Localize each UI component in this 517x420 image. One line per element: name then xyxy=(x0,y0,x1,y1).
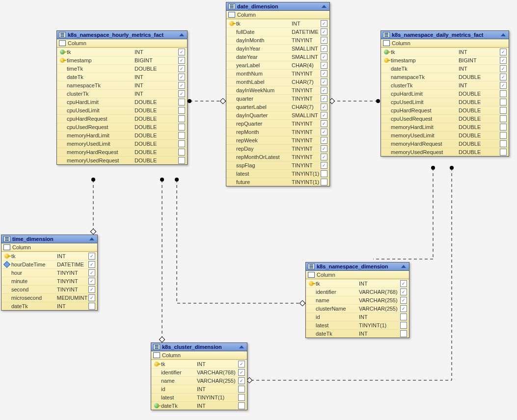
nullable-checkbox[interactable] xyxy=(321,120,327,127)
column-row[interactable]: latest TINYINT(1) xyxy=(306,321,409,329)
section-header[interactable]: Column xyxy=(226,11,329,19)
collapse-icon[interactable] xyxy=(179,33,184,36)
nullable-checkbox[interactable] xyxy=(88,303,95,310)
nullable-checkbox[interactable] xyxy=(321,112,327,119)
nullable-checkbox[interactable] xyxy=(400,297,407,304)
column-row[interactable]: id INT xyxy=(306,313,409,321)
column-row[interactable]: quarter TINYINT xyxy=(226,94,329,103)
column-row[interactable]: quarterLabel CHAR(7) xyxy=(226,103,329,111)
entity-daily[interactable]: k8s_namespace_daily_metrics_fact Column … xyxy=(381,30,509,157)
nullable-checkbox[interactable] xyxy=(178,82,185,89)
column-row[interactable]: minute TINYINT xyxy=(1,277,97,285)
column-row[interactable]: second TINYINT xyxy=(1,285,97,293)
entity-namespace[interactable]: k8s_namespace_dimension Column tk INT id… xyxy=(305,262,409,338)
section-header[interactable]: Column xyxy=(306,271,409,279)
nullable-checkbox[interactable] xyxy=(178,65,185,72)
column-row[interactable]: memoryUsedLimit DOUBLE xyxy=(57,139,187,148)
column-row[interactable]: memoryHardRequest DOUBLE xyxy=(57,148,187,156)
nullable-checkbox[interactable] xyxy=(500,49,507,55)
nullable-checkbox[interactable] xyxy=(400,330,407,337)
column-row[interactable]: identifier VARCHAR(768) xyxy=(306,288,409,296)
column-row[interactable]: tk INT xyxy=(306,279,409,288)
column-row[interactable]: latest TINYINT(1) xyxy=(226,169,329,178)
column-row[interactable]: namespaceTk INT xyxy=(57,81,187,89)
nullable-checkbox[interactable] xyxy=(178,74,185,80)
column-row[interactable]: timeTk DOUBLE xyxy=(57,64,187,73)
entity-time[interactable]: time_dimension Column tk INT hourDateTim… xyxy=(1,235,98,311)
nullable-checkbox[interactable] xyxy=(321,104,327,110)
column-row[interactable]: microsecond MEDIUMINT xyxy=(1,293,97,302)
nullable-checkbox[interactable] xyxy=(88,278,95,285)
nullable-checkbox[interactable] xyxy=(238,377,245,384)
nullable-checkbox[interactable] xyxy=(178,107,185,114)
entity-title-bar[interactable]: time_dimension xyxy=(1,235,97,243)
column-row[interactable]: dateTk INT xyxy=(381,64,509,73)
column-row[interactable]: clusterTk INT xyxy=(57,89,187,98)
nullable-checkbox[interactable] xyxy=(500,115,507,122)
nullable-checkbox[interactable] xyxy=(178,115,185,122)
nullable-checkbox[interactable] xyxy=(321,95,327,102)
nullable-checkbox[interactable] xyxy=(321,45,327,52)
column-row[interactable]: cpuHardLimit DOUBLE xyxy=(381,89,509,98)
nullable-checkbox[interactable] xyxy=(88,261,95,268)
nullable-checkbox[interactable] xyxy=(400,322,407,329)
column-row[interactable]: repDay TINYINT xyxy=(226,144,329,153)
nullable-checkbox[interactable] xyxy=(321,162,327,169)
nullable-checkbox[interactable] xyxy=(178,149,185,156)
nullable-checkbox[interactable] xyxy=(321,145,327,152)
nullable-checkbox[interactable] xyxy=(88,286,95,293)
column-row[interactable]: fullDate DATETIME xyxy=(226,27,329,36)
column-row[interactable]: hour TINYINT xyxy=(1,268,97,277)
column-row[interactable]: cpuUsedRequest DOUBLE xyxy=(57,123,187,131)
nullable-checkbox[interactable] xyxy=(321,137,327,144)
column-row[interactable]: cpuHardRequest DOUBLE xyxy=(57,114,187,123)
column-row[interactable]: dayInMonth TINYINT xyxy=(226,36,329,44)
column-row[interactable]: dayInQuarter SMALLINT xyxy=(226,111,329,119)
nullable-checkbox[interactable] xyxy=(500,149,507,156)
column-row[interactable]: dateTk INT xyxy=(57,73,187,81)
column-row[interactable]: cpuHardLimit DOUBLE xyxy=(57,98,187,106)
column-row[interactable]: name VARCHAR(255) xyxy=(306,296,409,304)
nullable-checkbox[interactable] xyxy=(178,99,185,105)
nullable-checkbox[interactable] xyxy=(500,132,507,139)
nullable-checkbox[interactable] xyxy=(400,314,407,320)
nullable-checkbox[interactable] xyxy=(178,57,185,64)
column-row[interactable]: dayInYear SMALLINT xyxy=(226,44,329,52)
collapse-icon[interactable] xyxy=(322,5,327,8)
column-row[interactable]: timestamp BIGINT xyxy=(57,56,187,64)
nullable-checkbox[interactable] xyxy=(88,253,95,260)
nullable-checkbox[interactable] xyxy=(178,90,185,97)
nullable-checkbox[interactable] xyxy=(321,37,327,44)
column-row[interactable]: memoryHardRequest DOUBLE xyxy=(381,139,509,148)
column-row[interactable]: tk INT xyxy=(1,252,97,260)
column-row[interactable]: cpuHardRequest DOUBLE xyxy=(381,106,509,114)
column-row[interactable]: latest TINYINT(1) xyxy=(151,393,247,401)
column-row[interactable]: tk INT xyxy=(151,360,247,368)
column-row[interactable]: memoryUsedLimit DOUBLE xyxy=(381,131,509,139)
column-row[interactable]: namespaceTk DOUBLE xyxy=(381,73,509,81)
nullable-checkbox[interactable] xyxy=(500,107,507,114)
nullable-checkbox[interactable] xyxy=(321,179,327,185)
nullable-checkbox[interactable] xyxy=(238,386,245,393)
nullable-checkbox[interactable] xyxy=(178,132,185,139)
nullable-checkbox[interactable] xyxy=(500,124,507,131)
nullable-checkbox[interactable] xyxy=(178,49,185,55)
column-row[interactable]: tk INT xyxy=(57,48,187,56)
column-row[interactable]: monthLabel CHAR(7) xyxy=(226,78,329,86)
column-row[interactable]: repMonthOrLatest TINYINT xyxy=(226,153,329,161)
entity-title-bar[interactable]: date_dimension xyxy=(226,2,329,11)
column-row[interactable]: clusterTk INT xyxy=(381,81,509,89)
column-row[interactable]: clusterName VARCHAR(255) xyxy=(306,304,409,313)
column-row[interactable]: repWeek TINYINT xyxy=(226,136,329,144)
nullable-checkbox[interactable] xyxy=(500,90,507,97)
nullable-checkbox[interactable] xyxy=(400,280,407,287)
nullable-checkbox[interactable] xyxy=(500,57,507,64)
nullable-checkbox[interactable] xyxy=(500,140,507,147)
column-row[interactable]: dayInWeekNum TINYINT xyxy=(226,86,329,94)
column-row[interactable]: tk INT xyxy=(226,19,329,27)
column-row[interactable]: repMonth TINYINT xyxy=(226,128,329,136)
entity-title-bar[interactable]: k8s_namespace_dimension xyxy=(306,262,409,271)
nullable-checkbox[interactable] xyxy=(500,82,507,89)
column-row[interactable]: id INT xyxy=(151,385,247,393)
column-row[interactable]: future TINYINT(1) xyxy=(226,178,329,186)
